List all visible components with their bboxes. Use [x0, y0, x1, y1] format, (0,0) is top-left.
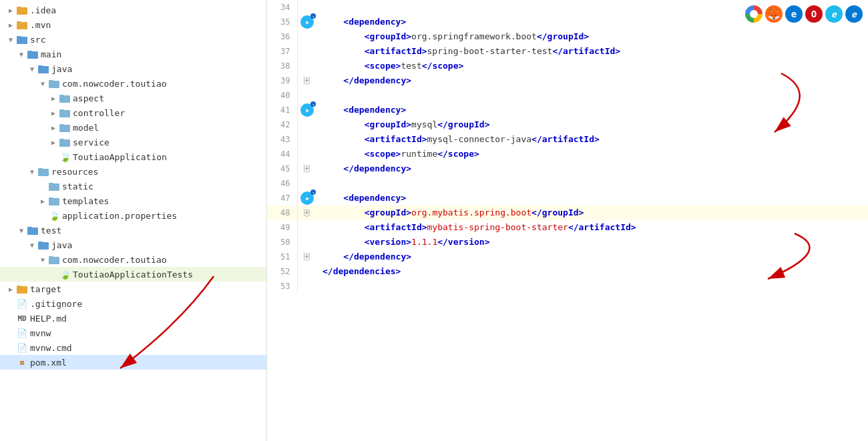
folder-icon — [27, 226, 39, 235]
line-number: 41 — [267, 103, 297, 117]
tree-item-resources[interactable]: resources — [0, 164, 266, 179]
tree-item-main[interactable]: main — [0, 47, 266, 61]
tree-label: aspect — [73, 93, 104, 103]
arrow-icon — [27, 166, 37, 177]
gutter-cell — [297, 0, 317, 15]
ie-icon[interactable]: e — [825, 5, 843, 23]
properties-icon: 🍃 — [48, 210, 60, 221]
run-gutter-icon[interactable]: ↑ — [300, 191, 314, 205]
tree-label: application.properties — [62, 211, 177, 221]
gutter-cell — [297, 44, 317, 59]
opera-icon[interactable]: O — [805, 5, 823, 23]
tree-item-gitignore[interactable]: 📄 .gitignore — [0, 296, 266, 311]
svg-rect-19 — [59, 139, 64, 141]
run-gutter-icon[interactable]: ↑ — [300, 103, 314, 117]
tree-label: src — [30, 35, 45, 45]
chrome-icon[interactable] — [745, 5, 763, 23]
file-icon: 📄 — [16, 328, 28, 338]
arrow-icon — [48, 137, 59, 147]
folder-icon — [16, 284, 28, 294]
tree-label: ToutiaoApplication — [73, 152, 167, 162]
tree-item-src[interactable]: src — [0, 32, 266, 47]
gutter-cell: ⛨ — [297, 205, 317, 220]
line-number: 48 — [267, 205, 297, 220]
gutter-cell — [297, 29, 317, 44]
tree-item-pomxml[interactable]: m pom.xml — [0, 355, 266, 370]
tree-item-test-java[interactable]: java — [0, 238, 266, 252]
svg-rect-3 — [17, 21, 21, 24]
tree-label: com.nowcoder.toutiao — [62, 255, 167, 265]
svg-rect-1 — [17, 7, 21, 9]
svg-rect-7 — [27, 51, 32, 53]
folder-icon — [48, 196, 60, 205]
code-line-content: <groupId>org.mybatis.spring.boot</groupI… — [317, 205, 868, 220]
tree-item-controller[interactable]: controller — [0, 105, 266, 120]
tree-item-service[interactable]: service — [0, 135, 266, 149]
tree-label: static — [62, 181, 93, 191]
tree-item-static[interactable]: static — [0, 179, 266, 193]
code-line-content — [317, 88, 868, 103]
code-line-content: <artifactId>mysql-connector-java</artifa… — [317, 132, 868, 147]
arrow-icon — [5, 34, 16, 45]
tree-item-test-com[interactable]: com.nowcoder.toutiao — [0, 252, 266, 267]
folder-icon — [37, 64, 49, 73]
file-icon: 📄 — [16, 342, 28, 353]
folder-icon — [37, 167, 49, 176]
line-number: 40 — [267, 88, 297, 103]
tree-label: com.nowcoder.toutiao — [62, 79, 167, 89]
code-line-content: <dependency> — [317, 191, 868, 205]
arrow-icon — [48, 107, 59, 118]
line-number: 53 — [267, 279, 297, 294]
line-number: 39 — [267, 73, 297, 88]
tree-label: mvnw.cmd — [30, 343, 72, 353]
tree-item-com[interactable]: com.nowcoder.toutiao — [0, 76, 266, 91]
arrow-icon — [37, 254, 48, 265]
tree-item-test[interactable]: test — [0, 223, 266, 238]
tree-item-mvn[interactable]: .mvn — [0, 17, 266, 32]
svg-rect-25 — [49, 197, 53, 200]
tree-item-appprops[interactable]: 🍃 application.properties — [0, 208, 266, 223]
line-number: 51 — [267, 250, 297, 264]
line-number: 44 — [267, 147, 297, 161]
tree-item-java[interactable]: java — [0, 61, 266, 76]
arrow-icon — [37, 78, 48, 89]
tree-item-mvnw[interactable]: 📄 mvnw — [0, 326, 266, 340]
xml-icon: m — [16, 357, 28, 368]
tree-label: .mvn — [30, 20, 51, 30]
folder-icon — [16, 35, 28, 44]
tree-item-idea[interactable]: .idea — [0, 3, 266, 17]
svg-rect-11 — [49, 80, 53, 83]
tree-label: mvnw — [30, 328, 51, 338]
code-line-content: <dependency> — [317, 103, 868, 117]
code-editor: 3435↑ <dependency>36 <groupId>org.spring… — [267, 0, 868, 441]
svg-rect-15 — [59, 109, 64, 112]
md-icon: MD — [16, 313, 28, 324]
firefox-icon[interactable]: 🦊 — [765, 5, 783, 23]
edge-chromium-icon[interactable]: e — [785, 5, 803, 23]
arrow-icon — [48, 93, 59, 103]
gutter-cell — [297, 88, 317, 103]
svg-rect-9 — [38, 65, 43, 68]
code-line-content: <scope>test</scope> — [317, 59, 868, 73]
tree-label: .gitignore — [30, 299, 82, 309]
tree-item-aspect[interactable]: aspect — [0, 91, 266, 105]
tree-item-helpmd[interactable]: MD HELP.md — [0, 311, 266, 326]
svg-rect-21 — [38, 168, 43, 171]
tree-label: model — [73, 123, 99, 133]
edge-legacy-icon[interactable]: e — [845, 5, 863, 23]
folder-icon — [48, 181, 60, 191]
tree-item-model[interactable]: model — [0, 120, 266, 135]
tree-item-toutiao-tests[interactable]: 🍃 ToutiaoApplicationTests — [0, 267, 266, 282]
gutter-cell — [297, 235, 317, 250]
tree-item-target[interactable]: target — [0, 282, 266, 296]
tree-item-toutiao-app[interactable]: 🍃 ToutiaoApplication — [0, 149, 266, 164]
code-line-content: <artifactId>spring-boot-starter-test</ar… — [317, 44, 868, 59]
line-number: 35 — [267, 15, 297, 29]
line-number: 45 — [267, 161, 297, 176]
code-line-content: </dependency> — [317, 73, 868, 88]
run-gutter-icon[interactable]: ↑ — [300, 15, 314, 29]
tree-item-templates[interactable]: templates — [0, 193, 266, 208]
tree-label: java — [51, 64, 72, 74]
tree-item-mvnwcmd[interactable]: 📄 mvnw.cmd — [0, 340, 266, 355]
arrow-icon — [16, 225, 27, 236]
